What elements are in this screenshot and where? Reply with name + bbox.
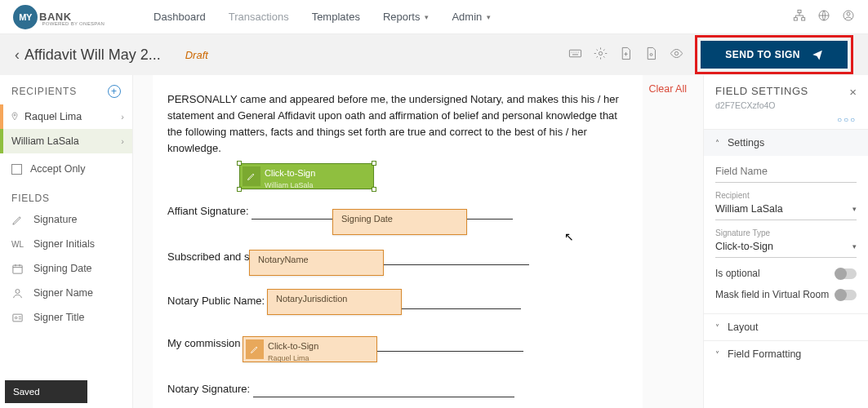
label: Affiant Signature: xyxy=(167,205,249,217)
badge-icon xyxy=(11,312,24,324)
section-label: Layout xyxy=(728,322,759,333)
globe-icon[interactable] xyxy=(817,9,830,24)
tool-label: Signing Date xyxy=(33,263,92,274)
pencil-icon xyxy=(11,214,24,226)
chevron-right-icon: › xyxy=(121,112,124,122)
field-notary-jurisdiction[interactable]: NotaryJurisdiction xyxy=(267,289,402,315)
fields-heading: FIELDS xyxy=(0,184,132,207)
recipient-label: Recipient xyxy=(715,191,857,200)
nav-dashboard[interactable]: Dashboard xyxy=(154,11,206,23)
field-settings-header: FIELD SETTINGS × xyxy=(704,75,868,100)
keyboard-icon[interactable] xyxy=(568,47,582,63)
tool-initials[interactable]: WLSigner Initials xyxy=(0,232,132,256)
checkbox-icon[interactable] xyxy=(11,164,22,175)
resize-handle[interactable] xyxy=(372,187,376,192)
nav-transactions[interactable]: Transactions xyxy=(229,11,289,23)
tool-label: Signer Name xyxy=(33,287,93,299)
cursor-icon: ↖ xyxy=(564,230,574,243)
chevron-right-icon: › xyxy=(121,136,124,146)
add-recipient-icon[interactable]: + xyxy=(108,85,121,98)
nav-admin-label: Admin xyxy=(452,11,482,23)
svg-point-9 xyxy=(675,51,679,55)
section-settings: ˄Settings Recipient William LaSala▾ Sign… xyxy=(704,129,868,313)
transaction-header: ‹ Affidavit Will May 2... Draft SEND TO … xyxy=(0,34,868,75)
toggle-label: Mask field in Virtual Room xyxy=(715,289,829,300)
tool-signature[interactable]: Signature xyxy=(0,207,132,232)
resize-handle[interactable] xyxy=(237,161,242,166)
nav-links: Dashboard Transactions Templates Reports… xyxy=(154,11,793,23)
accept-only-row[interactable]: Accept Only xyxy=(0,153,132,184)
recipients-heading-label: RECIPIENTS xyxy=(11,86,77,97)
nav-templates[interactable]: Templates xyxy=(312,11,360,23)
tool-signing-date[interactable]: Signing Date xyxy=(0,256,132,281)
tag-title: NotaryName xyxy=(258,255,309,264)
mask-toggle[interactable] xyxy=(835,290,857,300)
chevron-up-icon: ˄ xyxy=(715,139,719,148)
pencil-icon xyxy=(246,339,264,359)
toggle-label: Is optional xyxy=(715,268,760,279)
app-body: RECIPIENTS + Raquel Lima › William LaSal… xyxy=(0,75,868,408)
optional-toggle[interactable] xyxy=(835,268,857,279)
section-settings-body: Recipient William LaSala▾ Signature Type… xyxy=(704,156,868,313)
nav-reports[interactable]: Reports▾ xyxy=(383,11,430,23)
resize-handle[interactable] xyxy=(237,187,242,192)
eye-icon[interactable] xyxy=(670,47,683,63)
brand-logo: MY BANK POWERED BY ONESPAN xyxy=(13,5,134,29)
more-icon[interactable]: ○○○ xyxy=(704,115,868,129)
section-label: Field Formatting xyxy=(728,348,801,360)
select-value: William LaSala xyxy=(715,203,783,215)
gear-icon[interactable] xyxy=(594,47,608,63)
nav-reports-label: Reports xyxy=(383,11,421,23)
field-signing-date[interactable]: Signing Date xyxy=(332,209,467,235)
section-layout-head[interactable]: ˅Layout xyxy=(704,314,868,340)
field-name-input[interactable] xyxy=(715,162,857,183)
chevron-down-icon: ˅ xyxy=(715,323,719,332)
svg-rect-11 xyxy=(13,265,22,273)
section-formatting-head[interactable]: ˅Field Formatting xyxy=(704,341,868,367)
transaction-title: Affidavit Will May 2... xyxy=(24,47,161,64)
transaction-status: Draft xyxy=(185,49,208,61)
line-commission: My commission number xyxy=(167,335,628,352)
resize-handle[interactable] xyxy=(372,161,376,166)
tool-label: Signer Title xyxy=(33,312,85,323)
svg-point-8 xyxy=(650,54,652,56)
clear-all-link[interactable]: Clear All xyxy=(648,83,687,95)
tool-signer-title[interactable]: Signer Title xyxy=(0,305,132,330)
recipients-heading: RECIPIENTS + xyxy=(0,75,132,104)
svg-rect-2 xyxy=(802,18,805,20)
field-click-to-sign-raquel[interactable]: Click-to-Sign Raquel Lima xyxy=(243,336,377,362)
sigtype-label: Signature Type xyxy=(715,228,857,237)
nav-admin[interactable]: Admin▾ xyxy=(452,11,491,23)
doc-paragraph: PERSONALLY came and appeared before me, … xyxy=(167,91,628,157)
user-icon[interactable] xyxy=(842,9,855,24)
left-panel: RECIPIENTS + Raquel Lima › William LaSal… xyxy=(0,75,133,408)
back-icon[interactable]: ‹ xyxy=(15,47,20,64)
tag-sub: Raquel Lima xyxy=(268,353,370,365)
sitemap-icon[interactable] xyxy=(793,9,806,24)
recipient-select[interactable]: William LaSala▾ xyxy=(715,200,857,220)
field-click-to-sign-william[interactable]: Click-to-Sign William LaSala xyxy=(239,163,374,189)
recipient-raquel[interactable]: Raquel Lima › xyxy=(0,104,132,129)
svg-rect-13 xyxy=(13,314,22,322)
caret-icon: ▾ xyxy=(425,13,429,21)
accept-only-label: Accept Only xyxy=(30,163,85,175)
section-settings-head[interactable]: ˄Settings xyxy=(704,130,868,156)
svg-rect-1 xyxy=(794,18,797,20)
doc-plus-icon[interactable] xyxy=(619,47,633,63)
send-to-sign-button[interactable]: SEND TO SIGN xyxy=(701,41,848,69)
tool-label: Signature xyxy=(33,214,78,225)
tag-title: Click-to-Sign xyxy=(265,168,315,178)
section-layout: ˅Layout xyxy=(704,313,868,340)
doc-gear-icon[interactable] xyxy=(644,47,658,63)
tool-label: Signer Initials xyxy=(33,238,95,250)
line-notary-sig: Notary Signature: xyxy=(167,381,628,397)
field-notary-name[interactable]: NotaryName xyxy=(249,250,384,276)
svg-point-14 xyxy=(15,317,17,319)
tool-signer-name[interactable]: Signer Name xyxy=(0,281,132,305)
pin-icon xyxy=(10,112,20,122)
recipient-name: Raquel Lima xyxy=(24,111,82,122)
initials-icon: WL xyxy=(11,240,24,249)
close-icon[interactable]: × xyxy=(849,85,857,99)
sigtype-select[interactable]: Click-to-Sign▾ xyxy=(715,237,857,258)
recipient-william[interactable]: William LaSala › xyxy=(0,129,132,153)
